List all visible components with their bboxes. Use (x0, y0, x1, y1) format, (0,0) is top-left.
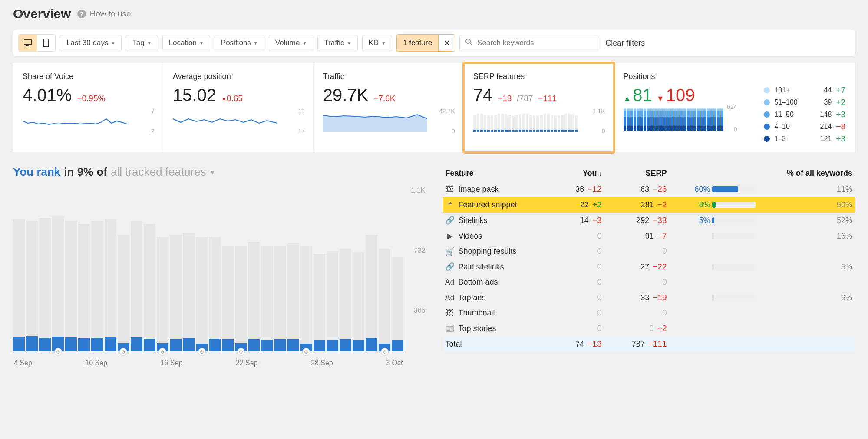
feature-filter-clear-button[interactable]: ✕ (438, 35, 455, 51)
chart-bar[interactable] (327, 251, 338, 351)
card-serp-features[interactable]: SERP featuresi 74 −13 /787 −111 1.1K 0 (464, 63, 614, 152)
feature-row[interactable]: 🛒Shopping results 0 0 (443, 244, 855, 259)
chart-bar[interactable] (222, 246, 234, 351)
chart-bar[interactable] (78, 224, 90, 351)
positions-up: 81 (624, 85, 652, 105)
positions-legend: 101+44+751–10039+211–50148+34–10214−81–3… (764, 85, 845, 144)
search-box (459, 35, 598, 51)
positions-dist-chart: 624 0 (624, 105, 723, 131)
close-icon: ✕ (444, 39, 450, 48)
col-pct-kw[interactable]: % of all keywords (762, 169, 853, 178)
tag-label: Tag (132, 39, 144, 47)
progress-bar (712, 233, 756, 239)
card-share-of-voice[interactable]: Share of Voicei 4.01% −0.95% 7 2 (13, 63, 163, 152)
volume-filter[interactable]: Volume▼ (269, 35, 314, 51)
chart-bar[interactable]: ⚙ (300, 246, 312, 351)
chart-bar[interactable]: ⚙ (118, 235, 129, 351)
serp-total: /787 (517, 94, 533, 103)
legend-row[interactable]: 51–10039+2 (764, 98, 845, 107)
chart-bar[interactable]: ⚙ (157, 237, 168, 351)
info-icon: i (655, 72, 657, 77)
chart-bar[interactable] (274, 246, 286, 351)
feature-row[interactable]: AdTop ads 0 33−19 6% (443, 290, 855, 305)
tag-filter[interactable]: Tag▼ (126, 35, 158, 51)
clear-filters-button[interactable]: Clear filters (605, 39, 645, 48)
chart-bar[interactable] (105, 220, 116, 351)
feature-row[interactable]: 🔗Paid sitelinks 0 27−22 5% (443, 259, 855, 275)
feature-row[interactable]: 🖼Image pack 38−12 63−26 60% 11% (443, 181, 855, 197)
chart-bar[interactable] (170, 235, 182, 351)
location-filter[interactable]: Location▼ (162, 35, 210, 51)
device-desktop-button[interactable] (19, 35, 37, 51)
chart-bar[interactable] (392, 257, 403, 351)
mobile-icon (43, 39, 49, 47)
kd-filter[interactable]: KD▼ (362, 35, 393, 51)
chart-bar[interactable] (209, 237, 221, 351)
chart-bar[interactable]: ⚙ (52, 216, 64, 351)
chart-bar[interactable] (13, 220, 25, 351)
chart-bar[interactable]: ⚙ (235, 246, 247, 351)
search-icon (465, 38, 473, 48)
info-icon: i (525, 72, 527, 77)
chart-bar[interactable] (131, 221, 142, 351)
how-to-use-link[interactable]: ? How to use (77, 9, 131, 19)
col-feature[interactable]: Feature (446, 169, 550, 178)
chart-bar[interactable] (261, 246, 273, 351)
features-table: Feature You SERP % of all keywords 🖼Imag… (443, 165, 855, 352)
traffic-filter[interactable]: Traffic▼ (317, 35, 357, 51)
chart-bar[interactable] (65, 221, 77, 351)
chart-bar[interactable] (248, 242, 260, 351)
date-range-filter[interactable]: Last 30 days▼ (60, 35, 122, 51)
col-serp[interactable]: SERP (602, 169, 667, 178)
feature-row[interactable]: ▶Videos 0 91−7 16% (443, 228, 855, 244)
avg-delta: ▼0.65 (221, 94, 243, 103)
svg-rect-1 (26, 45, 29, 46)
sov-value: 4.01% (23, 85, 72, 105)
feature-filter-label[interactable]: 1 feature (397, 35, 438, 51)
legend-row[interactable]: 4–10214−8 (764, 122, 845, 131)
device-mobile-button[interactable] (37, 35, 55, 51)
feature-row[interactable]: 📰Top stories 0 0−2 (443, 321, 855, 336)
avg-sparkline: 13 17 (173, 110, 304, 132)
serp-sparkbars: 1.1K 0 (473, 110, 604, 132)
card-average-position[interactable]: Average positioni 15.02 ▼0.65 13 17 (163, 63, 314, 152)
legend-row[interactable]: 11–50148+3 (764, 110, 845, 119)
chart-bar[interactable] (340, 249, 351, 351)
chart-bar[interactable] (287, 243, 299, 351)
legend-row[interactable]: 1–3121+3 (764, 134, 845, 144)
progress-bar (712, 202, 756, 208)
card-traffic[interactable]: Traffici 29.7K −7.6K 42.7K 0 (314, 63, 464, 152)
legend-row[interactable]: 101+44+7 (764, 85, 845, 95)
date-range-label: Last 30 days (66, 39, 108, 47)
feature-row[interactable]: 🔗Sitelinks 14−3 292−33 5% 52% (443, 213, 855, 228)
chart-bar[interactable] (314, 254, 325, 351)
serp-delta: −13 (498, 94, 512, 103)
search-input[interactable] (477, 39, 593, 47)
chart-bar[interactable] (183, 233, 195, 351)
kpi-cards-row: Share of Voicei 4.01% −0.95% 7 2 Average… (13, 63, 855, 152)
caret-down-icon: ▼ (210, 169, 216, 176)
rank-heading[interactable]: You rank in 9% of all tracked features ▼ (13, 165, 426, 179)
feature-row[interactable]: AdBottom ads 0 0 (443, 275, 855, 290)
chart-bar[interactable] (26, 221, 38, 351)
paid-sitelinks-icon: 🔗 (446, 262, 454, 271)
gear-icon: ⚙ (119, 348, 127, 356)
chart-bar[interactable]: ⚙ (196, 237, 208, 351)
chart-bar[interactable] (366, 235, 377, 351)
feature-row[interactable]: 🖼Thumbnail 0 0 (443, 305, 855, 321)
chart-bar[interactable] (91, 221, 103, 351)
feature-row[interactable]: ❝Featured snippet 22+2 281−2 8% 50% (443, 197, 855, 213)
chart-bar[interactable] (39, 218, 51, 351)
chart-bar[interactable]: ⚙ (379, 249, 390, 351)
svg-rect-0 (24, 39, 32, 45)
card-title: Positionsi (624, 72, 845, 81)
card-positions[interactable]: Positionsi 81 109 624 0 101+44+751–10039… (614, 63, 855, 152)
positions-filter[interactable]: Positions▼ (215, 35, 264, 51)
info-icon: i (344, 72, 347, 77)
chart-bar[interactable] (353, 252, 364, 351)
col-you[interactable]: You (550, 169, 602, 178)
card-title: SERP featuresi (473, 72, 604, 81)
caret-down-icon: ▼ (199, 41, 204, 46)
svg-point-3 (46, 45, 46, 46)
chart-bar[interactable] (144, 224, 155, 351)
